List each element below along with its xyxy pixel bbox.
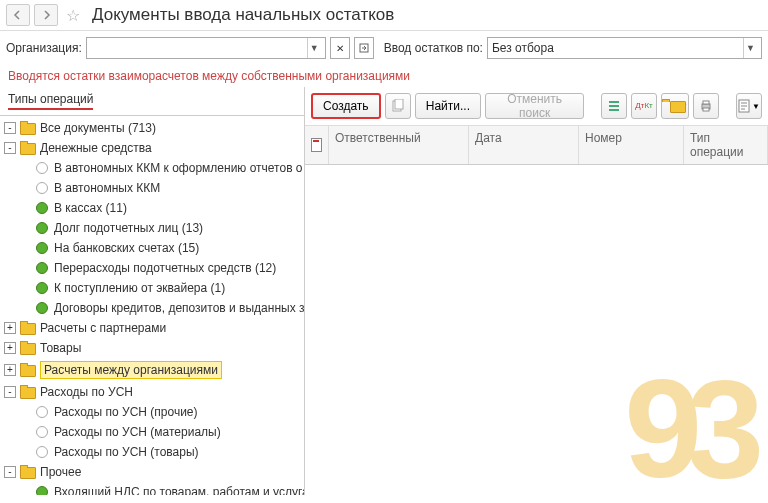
folder-icon: [20, 465, 36, 479]
tree-item-label: Долг подотчетных лиц (13): [54, 221, 203, 235]
tree-item-label: Входящий НДС по товарам, работам и услуг…: [54, 485, 304, 495]
watermark: 93: [624, 373, 748, 485]
chevron-down-icon[interactable]: ▼: [743, 38, 757, 58]
col-responsible[interactable]: Ответственный: [329, 126, 469, 164]
tree-body: -Все документы (713)-Денежные средстваВ …: [0, 116, 304, 495]
col-date[interactable]: Дата: [469, 126, 579, 164]
table-header: Ответственный Дата Номер Тип операции: [305, 126, 768, 165]
expander-icon[interactable]: -: [4, 386, 16, 398]
tree-item-label: Перерасходы подотчетных средств (12): [54, 261, 276, 275]
favorite-icon[interactable]: ☆: [62, 4, 84, 26]
status-green-icon: [36, 282, 48, 294]
svg-rect-5: [703, 108, 709, 111]
tree-item-label: К поступлению от эквайера (1): [54, 281, 225, 295]
expander-icon[interactable]: -: [4, 122, 16, 134]
notice-text: Вводятся остатки взаиморасчетов между со…: [0, 65, 768, 87]
status-green-icon: [36, 262, 48, 274]
open-org-button[interactable]: [354, 37, 374, 59]
chevron-down-icon[interactable]: ▼: [307, 38, 321, 58]
find-button[interactable]: Найти...: [415, 93, 481, 119]
status-empty-icon: [36, 182, 48, 194]
status-green-icon: [36, 302, 48, 314]
tree-item[interactable]: Расходы по УСН (товары): [0, 442, 304, 462]
report-menu-button[interactable]: ▼: [736, 93, 762, 119]
status-green-icon: [36, 222, 48, 234]
table-body: 93: [305, 165, 768, 495]
status-empty-icon: [36, 406, 48, 418]
tree-item[interactable]: В автономных ККМ к оформлению отчетов о …: [0, 158, 304, 178]
tree-item-label: Расчеты между организациями: [40, 361, 222, 379]
status-empty-icon: [36, 426, 48, 438]
cancel-find-button[interactable]: Отменить поиск: [485, 93, 584, 119]
expander-icon[interactable]: -: [4, 142, 16, 154]
back-button[interactable]: [6, 4, 30, 26]
expander-icon[interactable]: +: [4, 364, 16, 376]
tree-item-label: Все документы (713): [40, 121, 156, 135]
tree-item-label: В автономных ККМ: [54, 181, 160, 195]
tree-item-label: Расходы по УСН (материалы): [54, 425, 221, 439]
create-button[interactable]: Создать: [311, 93, 381, 119]
tree-panel: Типы операций -Все документы (713)-Денеж…: [0, 87, 305, 495]
tree-item-label: На банковских счетах (15): [54, 241, 199, 255]
expander-icon[interactable]: +: [4, 322, 16, 334]
tree-item[interactable]: Расходы по УСН (прочие): [0, 402, 304, 422]
tree-item-label: Прочее: [40, 465, 81, 479]
balance-input[interactable]: Без отбора ▼: [487, 37, 762, 59]
tree-item[interactable]: -Расходы по УСН: [0, 382, 304, 402]
print-button[interactable]: [693, 93, 719, 119]
col-icon[interactable]: [305, 126, 329, 164]
col-number[interactable]: Номер: [579, 126, 684, 164]
toolbar: Создать Найти... Отменить поиск ДтКт ▼ ▼: [305, 87, 768, 126]
tree-item[interactable]: В кассах (11): [0, 198, 304, 218]
right-panel: Создать Найти... Отменить поиск ДтКт ▼ ▼…: [305, 87, 768, 495]
folder-icon: [20, 341, 36, 355]
status-empty-icon: [36, 446, 48, 458]
copy-button[interactable]: [385, 93, 411, 119]
tree-item-label: Расходы по УСН: [40, 385, 133, 399]
forward-button[interactable]: [34, 4, 58, 26]
expander-icon[interactable]: -: [4, 466, 16, 478]
tree-item-label: Расходы по УСН (товары): [54, 445, 199, 459]
tree-item[interactable]: -Все документы (713): [0, 118, 304, 138]
col-op-type[interactable]: Тип операции: [684, 126, 768, 164]
svg-rect-2: [395, 99, 403, 109]
org-input[interactable]: ▼: [86, 37, 326, 59]
tree-header: Типы операций: [0, 87, 304, 116]
folder-icon: [20, 385, 36, 399]
status-empty-icon: [36, 162, 48, 174]
clear-org-button[interactable]: ✕: [330, 37, 350, 59]
folder-icon: [20, 321, 36, 335]
tree-item-label: В кассах (11): [54, 201, 127, 215]
tree-item[interactable]: -Денежные средства: [0, 138, 304, 158]
tree-item[interactable]: Договоры кредитов, депозитов и выданных …: [0, 298, 304, 318]
list-button[interactable]: [601, 93, 627, 119]
tree-item[interactable]: Расходы по УСН (материалы): [0, 422, 304, 442]
tree-item[interactable]: Входящий НДС по товарам, работам и услуг…: [0, 482, 304, 495]
tree-item[interactable]: К поступлению от эквайера (1): [0, 278, 304, 298]
status-green-icon: [36, 486, 48, 495]
org-label: Организация:: [6, 41, 82, 55]
dtkt-button[interactable]: ДтКт: [631, 93, 657, 119]
balance-label: Ввод остатков по:: [384, 41, 483, 55]
tree-item-label: В автономных ККМ к оформлению отчетов о …: [54, 161, 304, 175]
tree-item-label: Расчеты с партнерами: [40, 321, 166, 335]
tree-item-label: Договоры кредитов, депозитов и выданных …: [54, 301, 304, 315]
svg-rect-4: [703, 101, 709, 104]
tree-item[interactable]: Перерасходы подотчетных средств (12): [0, 258, 304, 278]
tree-item[interactable]: В автономных ККМ: [0, 178, 304, 198]
tree-item[interactable]: Долг подотчетных лиц (13): [0, 218, 304, 238]
tree-item[interactable]: На банковских счетах (15): [0, 238, 304, 258]
folder-icon: [20, 363, 36, 377]
tree-item[interactable]: +Товары: [0, 338, 304, 358]
status-green-icon: [36, 242, 48, 254]
status-green-icon: [36, 202, 48, 214]
tree-item-label: Денежные средства: [40, 141, 152, 155]
tree-item[interactable]: +Расчеты с партнерами: [0, 318, 304, 338]
tree-item[interactable]: -Прочее: [0, 462, 304, 482]
expander-icon[interactable]: +: [4, 342, 16, 354]
folder-icon: [20, 121, 36, 135]
tree-item[interactable]: +Расчеты между организациями: [0, 358, 304, 382]
folder-icon: [20, 141, 36, 155]
folder-menu-button[interactable]: ▼: [661, 93, 689, 119]
tree-item-label: Товары: [40, 341, 81, 355]
